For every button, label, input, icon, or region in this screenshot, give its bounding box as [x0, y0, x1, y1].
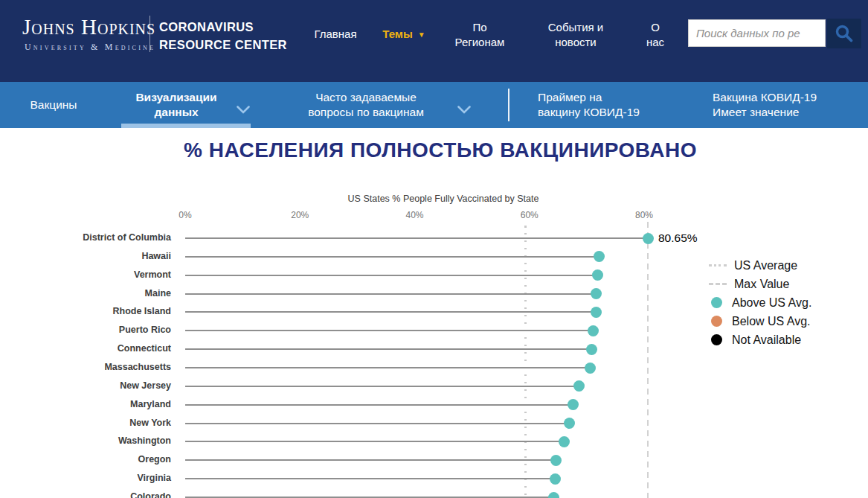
legend-item: Not Available: [709, 331, 811, 349]
logo-divider: [150, 16, 150, 52]
chevron-down-icon[interactable]: [237, 103, 250, 117]
state-label: Rhode Island: [0, 306, 171, 316]
state-label: Colorado: [0, 491, 171, 498]
state-dot[interactable]: [573, 380, 585, 392]
dropdown-caret-icon: ▼: [418, 30, 425, 39]
state-dot[interactable]: [564, 418, 575, 429]
state-label: Massachusetts: [0, 362, 171, 372]
state-label: Washington: [0, 435, 171, 446]
max-value-label: 80.65%: [658, 232, 698, 245]
top-nav-item-1[interactable]: Главная: [314, 27, 356, 42]
search-input[interactable]: [688, 19, 826, 47]
legend-label: Above US Avg.: [732, 296, 811, 310]
x-axis-tick-label: 40%: [405, 210, 423, 220]
state-dot[interactable]: [568, 399, 579, 410]
search-icon: [835, 24, 854, 43]
state-dot[interactable]: [588, 325, 599, 336]
legend-dotted-line-icon: [709, 264, 727, 266]
state-stem-line: [185, 367, 591, 368]
top-header: Johns Hopkins University & Medicine CORO…: [0, 0, 868, 82]
us-average-reference-line: [524, 226, 527, 498]
chart-legend: US AverageMax ValueAbove US Avg.Below US…: [709, 256, 811, 349]
top-nav-item-4[interactable]: События и новости: [548, 20, 603, 49]
legend-circle-icon: [711, 297, 722, 308]
state-dot[interactable]: [586, 344, 597, 355]
state-label: Maine: [0, 288, 171, 299]
state-label: Hawaii: [0, 251, 171, 261]
state-stem-line: [185, 459, 556, 461]
state-label: Maryland: [0, 399, 171, 409]
state-stem-line: [185, 441, 564, 442]
sub-nav-item-1[interactable]: Вакцины: [30, 98, 77, 112]
legend-dashed-line-icon: [709, 283, 727, 285]
legend-item: Max Value: [709, 275, 811, 293]
main-content: % НАСЕЛЕНИЯ ПОЛНОСТЬЮ ВАКЦИНИРОВАНО US S…: [0, 128, 868, 498]
x-axis-tick-label: 20%: [291, 210, 309, 220]
x-axis-tick-label: 60%: [521, 210, 539, 220]
state-dot[interactable]: [643, 233, 654, 244]
vaccines-sub-nav: ВакциныВизуализации данныхЧасто задаваем…: [0, 82, 868, 128]
page-title: % НАСЕЛЕНИЯ ПОЛНОСТЬЮ ВАКЦИНИРОВАНО: [184, 138, 697, 162]
legend-item: Below US Avg.: [709, 312, 811, 331]
state-stem-line: [185, 404, 573, 406]
legend-label: Max Value: [734, 278, 789, 291]
state-dot[interactable]: [550, 455, 562, 466]
top-nav-item-3[interactable]: По Регионам: [455, 20, 505, 49]
state-dot[interactable]: [559, 436, 570, 447]
legend-label: Below US Avg.: [732, 315, 811, 328]
state-label: Oregon: [0, 454, 171, 465]
state-dot[interactable]: [591, 288, 602, 299]
state-label: Puerto Rico: [0, 325, 171, 335]
legend-label: US Average: [734, 259, 797, 272]
johns-hopkins-logo-subtitle: University & Medicine: [25, 42, 155, 53]
state-stem-line: [185, 275, 598, 276]
state-stem-line: [185, 293, 597, 295]
state-dot[interactable]: [591, 307, 602, 318]
sub-nav-item-3[interactable]: Часто задаваемые вопросы по вакцинам: [308, 90, 424, 120]
legend-item: Above US Avg.: [709, 293, 811, 312]
state-dot[interactable]: [585, 363, 596, 374]
sub-nav-item-2[interactable]: Визуализации данных: [135, 90, 216, 120]
state-stem-line: [185, 423, 570, 424]
x-axis-tick-label: 0%: [179, 210, 191, 220]
johns-hopkins-logo[interactable]: Johns Hopkins: [22, 15, 155, 39]
state-stem-line: [185, 237, 648, 239]
state-dot[interactable]: [548, 492, 559, 498]
chevron-down-icon[interactable]: [457, 103, 471, 117]
state-label: Vermont: [0, 269, 171, 280]
state-stem-line: [185, 330, 593, 331]
coronavirus-resource-center-logo[interactable]: CORONAVIRUS RESOURCE CENTER: [159, 19, 287, 54]
state-label: New Jersey: [0, 380, 171, 391]
chart-title: US States % People Fully Vaccinated by S…: [348, 194, 539, 204]
state-stem-line: [185, 478, 555, 479]
state-label: New York: [0, 418, 171, 428]
state-label: District of Columbia: [0, 232, 171, 243]
sub-nav-divider: [508, 89, 509, 121]
state-label: Virginia: [0, 473, 171, 483]
legend-item: US Average: [709, 256, 811, 275]
state-stem-line: [185, 386, 579, 387]
state-dot[interactable]: [550, 473, 561, 485]
x-axis-tick-label: 80%: [635, 210, 653, 220]
top-nav-item-5[interactable]: О нас: [646, 20, 664, 49]
max-value-reference-line: [647, 222, 649, 498]
state-stem-line: [185, 311, 597, 313]
legend-circle-icon: [711, 334, 722, 345]
top-nav-item-2[interactable]: Темы▼: [382, 27, 425, 42]
state-stem-line: [185, 348, 592, 350]
legend-circle-icon: [711, 316, 722, 327]
state-stem-line: [185, 256, 599, 258]
state-dot[interactable]: [592, 269, 603, 281]
state-label: Connecticut: [0, 343, 171, 354]
sub-nav-item-5[interactable]: Вакцина КОВИД-19 Имеет значение: [713, 90, 817, 120]
state-dot[interactable]: [594, 251, 605, 262]
legend-label: Not Available: [732, 333, 801, 347]
search-button[interactable]: [827, 19, 861, 48]
sub-nav-item-4[interactable]: Праймер на вакцину КОВИД-19: [538, 90, 640, 120]
